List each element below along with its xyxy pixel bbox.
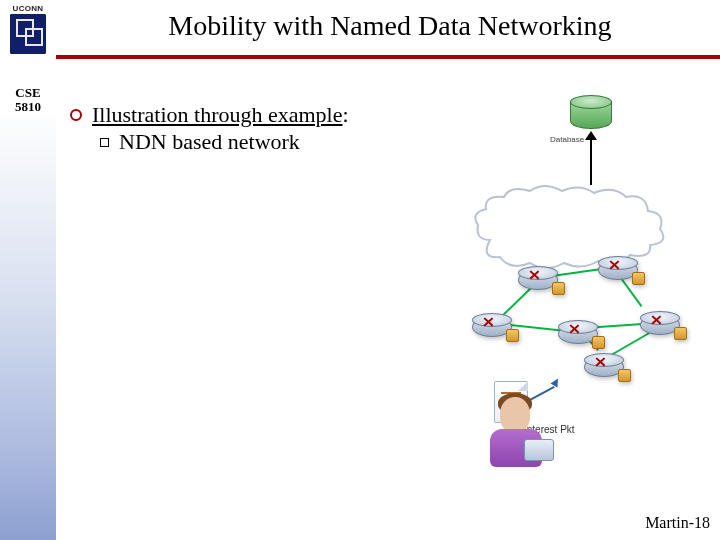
square-bullet-icon [100, 138, 109, 147]
database-icon [570, 95, 612, 131]
router-icon: ✕ [518, 260, 566, 294]
slide-footer: Martin-18 [645, 514, 710, 532]
router-icon: ✕ [598, 250, 646, 284]
arrow-up-icon [585, 131, 597, 140]
router-icon: ✕ [472, 307, 520, 341]
title-underline [56, 55, 720, 59]
phone-icon [524, 439, 554, 461]
router-icon: ✕ [584, 347, 632, 381]
router-icon: ✕ [640, 305, 688, 339]
logo-mark-icon [10, 14, 46, 54]
bullet-level-1: Illustration through example: [70, 102, 410, 127]
sub-bullet-text: NDN based network [119, 129, 300, 155]
course-code: CSE 5810 [6, 86, 50, 113]
bullet-level-2: NDN based network [100, 129, 410, 155]
logo-text: UCONN [8, 4, 48, 13]
slide-title: Mobility with Named Data Networking [70, 10, 710, 42]
database-label: Database [550, 135, 584, 144]
circle-bullet-icon [70, 109, 82, 121]
bullet-text: Illustration through example: [92, 102, 349, 127]
sidebar-gradient [0, 0, 56, 540]
title-area: Mobility with Named Data Networking [70, 10, 710, 42]
arrow-line [590, 135, 592, 185]
router-icon: ✕ [558, 314, 606, 348]
user-person-icon [488, 393, 560, 473]
university-logo: UCONN [8, 4, 48, 54]
content-area: Illustration through example: NDN based … [70, 102, 410, 155]
network-diagram: Database ✕ ✕ ✕ ✕ ✕ ✕ Interest Pkt [430, 95, 690, 455]
